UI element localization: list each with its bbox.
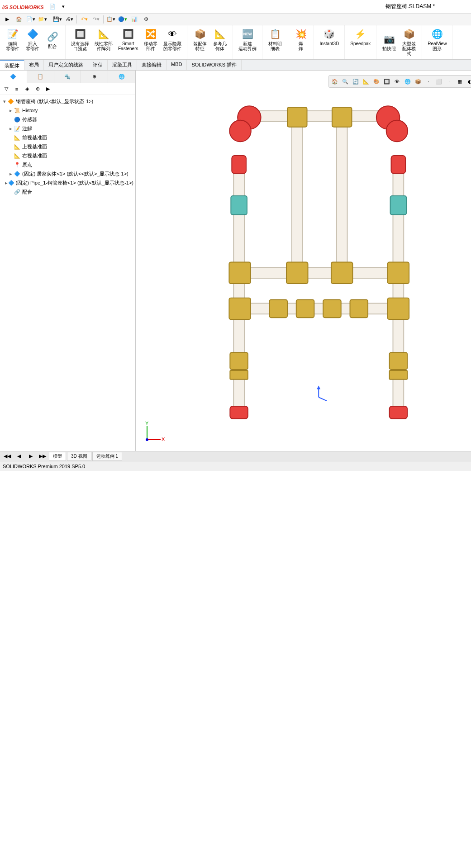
view-tool-icon[interactable]: 🎨 bbox=[372, 77, 381, 86]
view-axes-icon: Y X bbox=[143, 422, 165, 444]
tree-item-icon: 🔷 bbox=[14, 170, 21, 177]
side-tab[interactable]: 🌐 bbox=[108, 71, 135, 83]
rebuild-icon[interactable]: 🔵▾ bbox=[117, 14, 128, 24]
tab[interactable]: 装配体 bbox=[0, 60, 24, 70]
ribbon-icon: 🔲 bbox=[74, 28, 86, 40]
side-tool-icon[interactable]: ⊕ bbox=[33, 85, 42, 94]
menu-expand-icon[interactable]: ▶ bbox=[2, 14, 13, 24]
ribbon-button[interactable]: 👁显示隐藏的零部件 bbox=[162, 27, 183, 52]
viewport-front[interactable]: Y X 🏠🔍🔄📐🎨🔲👁🌐📦·⬜·▦◐◈📷 bbox=[136, 71, 471, 451]
print-icon[interactable]: 🖨▾ bbox=[64, 14, 75, 24]
save-icon[interactable]: 💾▾ bbox=[52, 14, 63, 24]
view-tool-icon[interactable]: 🔄 bbox=[351, 77, 360, 86]
bottom-tab[interactable]: 3D 视图 bbox=[67, 452, 91, 461]
svg-rect-32 bbox=[391, 156, 406, 174]
qa-icon[interactable]: 📄 bbox=[48, 3, 57, 11]
redo-icon[interactable]: ↷▾ bbox=[90, 14, 101, 24]
side-tab[interactable]: 🔷 bbox=[0, 71, 27, 83]
ribbon-button[interactable]: 📦大型装配体模式 bbox=[400, 27, 418, 57]
tab[interactable]: 直接编辑 bbox=[137, 60, 167, 70]
ribbon-button[interactable]: 📝编辑零部件 bbox=[4, 27, 22, 52]
model-front-view bbox=[136, 71, 471, 451]
tree-node[interactable]: 📐右视基准面 bbox=[2, 151, 133, 160]
select-icon[interactable]: 📋▾ bbox=[105, 14, 116, 24]
home-icon[interactable]: 🏠 bbox=[14, 14, 24, 24]
view-tool-icon[interactable]: 🔲 bbox=[382, 77, 391, 86]
side-tool-icon[interactable]: ◈ bbox=[23, 85, 32, 94]
ribbon-button[interactable]: 💥爆炸 bbox=[292, 27, 310, 52]
tree-item-label: 注解 bbox=[22, 125, 32, 132]
tree-node[interactable]: 📐上视基准面 bbox=[2, 142, 133, 151]
view-tool-icon[interactable]: 📐 bbox=[362, 77, 371, 86]
side-tab[interactable]: 📋 bbox=[27, 71, 54, 83]
view-tool-icon[interactable]: ▦ bbox=[455, 77, 464, 86]
tab[interactable]: 布局 bbox=[24, 60, 44, 70]
tree-root[interactable]: ▾ 🔶 钢管座椅 (默认<默认_显示状态-1>) bbox=[2, 97, 133, 106]
tab[interactable]: MBD bbox=[167, 60, 187, 70]
side-tab[interactable]: 🔩 bbox=[54, 71, 81, 83]
ribbon-button[interactable]: 📐线性零部件阵列 bbox=[93, 27, 114, 52]
ribbon-icon: 📐 bbox=[214, 28, 226, 40]
view-tool-icon[interactable]: 🌐 bbox=[403, 77, 412, 86]
tab[interactable]: 用户定义的线路 bbox=[44, 60, 88, 70]
tab-nav-next-icon[interactable]: ▶▶ bbox=[37, 451, 48, 461]
ribbon-button[interactable]: 📋材料明细表 bbox=[266, 27, 284, 52]
tab[interactable]: 评估 bbox=[88, 60, 108, 70]
ribbon-button[interactable]: 🌐RealView图形 bbox=[426, 27, 448, 52]
view-tool-icon[interactable]: 🏠 bbox=[330, 77, 339, 86]
view-tool-icon[interactable]: 📦 bbox=[414, 77, 423, 86]
ribbon-button[interactable]: 🔗配合 bbox=[43, 29, 62, 50]
expand-icon[interactable]: ▸ bbox=[8, 171, 14, 177]
tab[interactable]: 渲染工具 bbox=[108, 60, 137, 70]
tree-node[interactable]: 📐前视基准面 bbox=[2, 133, 133, 142]
ribbon-button[interactable]: 🔲SmartFasteners bbox=[116, 27, 140, 52]
tab-nav-prev-icon[interactable]: ◀◀ bbox=[2, 451, 13, 461]
settings-icon[interactable]: ⚙ bbox=[141, 14, 152, 24]
tree-node[interactable]: 🔵传感器 bbox=[2, 115, 133, 124]
ribbon-button[interactable]: 🆕新建运动算例 bbox=[237, 27, 258, 52]
side-tool-icon[interactable]: ≡ bbox=[12, 85, 21, 94]
ribbon-label: 编辑零部件 bbox=[6, 41, 19, 51]
tree-node[interactable]: ▸🔷(固定) 居家实体<1> (默认<<默认>_显示状态 1>) bbox=[2, 169, 133, 178]
qa-icon[interactable]: ▾ bbox=[59, 3, 67, 11]
option-icon[interactable]: 📊 bbox=[129, 14, 140, 24]
tree-node[interactable]: 🔗配合 bbox=[2, 187, 133, 196]
view-tool-icon[interactable]: 👁 bbox=[393, 77, 402, 86]
expand-icon[interactable]: ▸ bbox=[8, 126, 14, 132]
bottom-tab[interactable]: 运动算例 1 bbox=[92, 452, 122, 461]
ribbon-button[interactable]: ⚡Speedpak bbox=[348, 27, 372, 47]
bottom-tab[interactable]: 模型 bbox=[49, 452, 66, 461]
ribbon-button[interactable]: 🔷插入零部件 bbox=[24, 27, 42, 52]
ribbon-label: 显示隐藏的零部件 bbox=[163, 41, 181, 51]
side-tool-icon[interactable]: ▶ bbox=[43, 85, 52, 94]
side-tab[interactable]: ⊕ bbox=[81, 71, 108, 83]
open-icon[interactable]: 📁▾ bbox=[37, 14, 48, 24]
tree-node[interactable]: ▸📜History bbox=[2, 106, 133, 115]
tree-node[interactable]: 📍原点 bbox=[2, 160, 133, 169]
svg-rect-26 bbox=[230, 370, 248, 379]
tree-node[interactable]: ▸📝注解 bbox=[2, 124, 133, 133]
ribbon-button[interactable]: 📐参考几何体 bbox=[211, 27, 229, 52]
ribbon-button[interactable]: 🔲没有选择口预览 bbox=[69, 27, 91, 52]
tab[interactable]: SOLIDWORKS 插件 bbox=[187, 60, 242, 70]
expand-icon[interactable]: ▸ bbox=[8, 108, 14, 114]
ribbon-label: 线性零部件阵列 bbox=[95, 41, 113, 51]
tab-nav-prev-icon[interactable]: ◀ bbox=[14, 451, 24, 461]
collapse-icon[interactable]: ▾ bbox=[2, 99, 7, 104]
view-tool-icon[interactable]: ⬜ bbox=[434, 77, 443, 86]
tab-nav-next-icon[interactable]: ▶ bbox=[25, 451, 36, 461]
side-tool-icon[interactable]: ▽ bbox=[2, 85, 11, 94]
view-tool-icon[interactable]: ◐ bbox=[466, 77, 471, 86]
view-tool-icon[interactable]: · bbox=[445, 77, 454, 86]
tree-node[interactable]: ▸🔷(固定) Pipe_1-钢管座椅<1> (默认<默认_显示状态-1>) bbox=[2, 178, 133, 187]
svg-point-10 bbox=[386, 120, 408, 142]
new-icon[interactable]: 📄▾ bbox=[25, 14, 36, 24]
ribbon-button[interactable]: 🔀移动零部件 bbox=[142, 27, 160, 52]
view-tool-icon[interactable]: · bbox=[424, 77, 433, 86]
ribbon-button[interactable]: 📷拍快照 bbox=[380, 32, 398, 52]
ribbon-button[interactable]: 📦装配体特征 bbox=[191, 27, 209, 52]
view-tool-icon[interactable]: 🔍 bbox=[341, 77, 350, 86]
ribbon-button[interactable]: 🎲Instant3D bbox=[318, 27, 341, 47]
undo-icon[interactable]: ↶▾ bbox=[79, 14, 90, 24]
ribbon-label: RealView图形 bbox=[428, 41, 447, 51]
